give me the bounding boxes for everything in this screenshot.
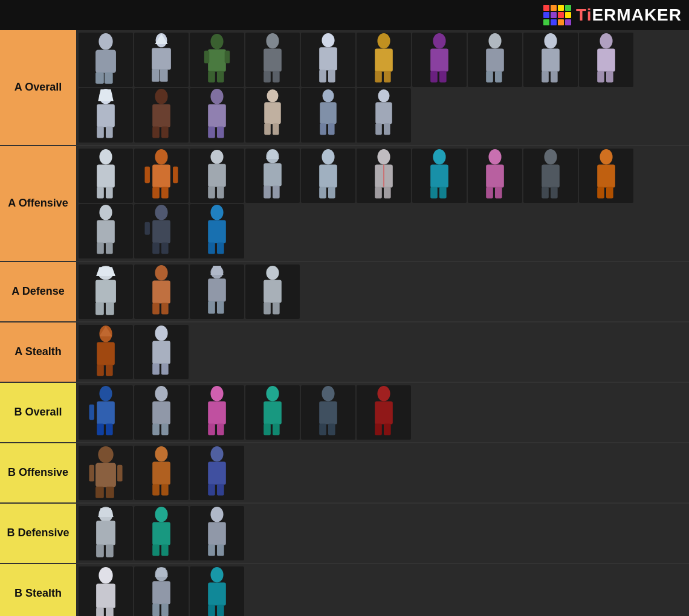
svg-rect-76 [152,187,160,199]
tier-content-b-overall [76,383,689,442]
char-slot [301,33,355,87]
svg-rect-136 [208,278,226,301]
svg-rect-168 [273,424,280,435]
svg-rect-1 [95,50,116,73]
svg-point-200 [210,507,223,522]
svg-rect-167 [264,424,271,435]
svg-point-72 [155,149,167,164]
svg-rect-186 [161,484,169,496]
char-slot [79,446,133,500]
svg-rect-203 [217,545,224,556]
tiermaker-logo: TiERMAKER [543,5,682,25]
svg-rect-193 [96,521,115,545]
svg-rect-61 [320,102,337,124]
svg-rect-98 [430,187,438,199]
svg-rect-21 [319,69,326,82]
char-slot [190,204,244,258]
svg-rect-149 [152,341,170,364]
svg-rect-141 [264,302,271,314]
svg-rect-210 [152,581,170,604]
char-slot [79,506,133,560]
svg-rect-36 [542,48,560,71]
svg-point-148 [155,326,167,341]
svg-rect-166 [264,401,282,424]
svg-rect-63 [328,123,335,135]
svg-rect-40 [597,48,615,71]
svg-rect-66 [375,123,382,135]
char-slot [134,566,189,616]
svg-rect-197 [152,522,170,545]
svg-rect-163 [208,424,215,435]
char-slot [134,325,189,379]
svg-rect-142 [273,302,280,314]
char-slot [79,265,133,319]
char-slot [190,33,244,87]
logo-grid-icon [543,5,571,25]
svg-rect-18 [273,71,280,83]
char-slot [412,149,467,203]
svg-rect-113 [97,220,115,243]
svg-rect-28 [430,48,448,71]
svg-rect-216 [217,605,224,616]
svg-rect-211 [152,603,160,616]
svg-rect-119 [152,243,160,254]
svg-rect-81 [217,186,224,198]
svg-rect-140 [264,280,282,303]
tier-label-a-stealth: A Stealth [0,322,76,382]
svg-rect-189 [208,484,215,496]
svg-rect-199 [161,545,169,556]
svg-rect-129 [106,302,114,315]
svg-rect-160 [161,424,169,435]
char-slot [134,88,189,143]
char-slot [357,88,411,143]
svg-rect-29 [430,71,438,83]
svg-rect-6 [152,48,171,69]
svg-point-165 [266,386,279,401]
svg-rect-51 [161,127,169,138]
char-slot [134,149,189,203]
svg-point-112 [99,205,112,220]
svg-rect-94 [375,187,382,199]
tier-label-b-offensive: B Offensive [0,443,76,502]
tier-label-b-defensive: B Defensive [0,504,76,563]
svg-rect-80 [208,186,215,198]
tier-label-a-overall: A Overall [0,30,76,145]
svg-marker-83 [266,150,279,159]
svg-marker-44 [98,89,113,101]
svg-rect-73 [152,164,170,187]
svg-rect-155 [97,424,104,435]
svg-point-52 [210,89,223,104]
tier-row-a-overall: A Overall [0,30,689,146]
svg-rect-118 [144,222,149,235]
svg-rect-145 [97,342,115,365]
svg-point-161 [210,386,223,401]
svg-rect-53 [208,104,226,127]
svg-point-9 [210,34,223,49]
svg-marker-135 [210,266,223,275]
svg-point-23 [377,33,390,48]
tier-content-b-defensive [76,504,689,563]
tier-row-a-defense: A Defense [0,262,689,322]
char-slot [245,265,300,319]
svg-rect-115 [106,243,113,254]
svg-rect-26 [384,71,391,83]
char-slot [245,33,300,87]
svg-rect-3 [105,72,113,84]
svg-rect-198 [152,545,160,556]
svg-rect-37 [542,71,549,83]
svg-point-104 [544,149,557,164]
svg-rect-77 [161,187,169,199]
char-slot [523,33,578,87]
svg-rect-46 [97,127,104,138]
tier-row-b-offensive: B Offensive [0,443,689,504]
svg-rect-22 [328,69,335,82]
svg-rect-114 [97,243,104,254]
svg-rect-178 [95,463,116,487]
svg-rect-69 [97,164,115,187]
char-slot [190,149,244,203]
svg-point-68 [99,149,112,164]
svg-rect-24 [375,48,393,71]
svg-rect-176 [384,424,391,435]
svg-rect-59 [273,123,279,135]
svg-rect-123 [208,243,215,254]
